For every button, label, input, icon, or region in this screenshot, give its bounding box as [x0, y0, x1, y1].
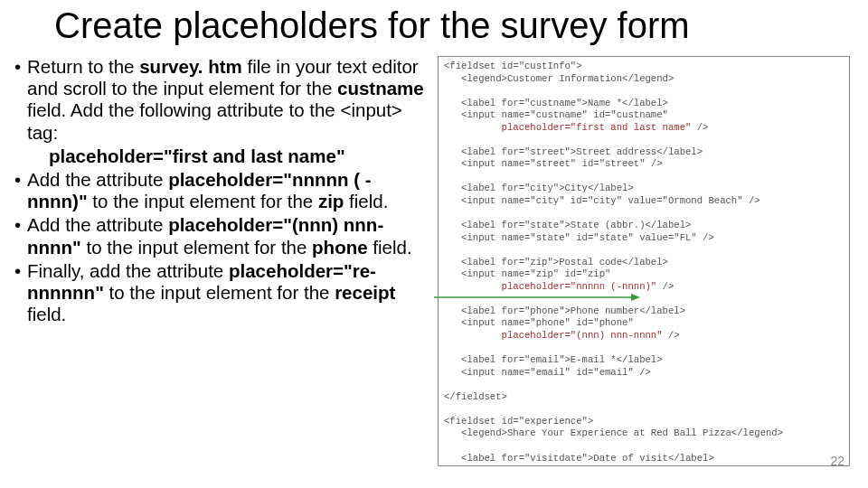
bullet-2: Add the attribute placeholder="nnnnn ( -… [14, 169, 425, 212]
code-line: <label for="visitdate">Date of visit</la… [444, 453, 714, 464]
slide: Create placeholders for the survey form … [0, 0, 868, 488]
code-line: <input name="phone" id="phone" [444, 317, 634, 328]
page-number: 22 [830, 454, 844, 468]
code-line-highlight: placeholder="first and last name" [444, 122, 691, 133]
code-line: <label for="state">State (abbr.)</label> [444, 220, 691, 230]
slide-title: Create placeholders for the survey form [54, 5, 690, 45]
bullet-1: Return to the survey. htm file in your t… [14, 56, 425, 167]
text: Add the attribute [27, 214, 168, 235]
code-line: <legend>Customer Information</legend> [444, 73, 674, 84]
text-bold: phone [312, 237, 368, 258]
text: Add the attribute [27, 169, 168, 190]
code-line: <legend>Share Your Experience at Red Bal… [444, 427, 783, 438]
code-line: <input name="email" id="email" /> [444, 367, 651, 378]
code-line: <label for="phone">Phone number</label> [444, 305, 685, 316]
code-line: /> [691, 122, 708, 133]
bullet-3: Add the attribute placeholder="(nnn) nnn… [14, 214, 425, 258]
text: field. Add the following attribute to th… [27, 99, 402, 142]
text-bold: receipt [335, 282, 395, 303]
text-bold: survey. htm [139, 56, 247, 77]
code-line: <label for="street">Street address</labe… [444, 146, 703, 157]
text: field. [368, 237, 412, 258]
text: to the input element for the [88, 191, 318, 211]
code-line: <input name="state" id="state" value="FL… [444, 232, 714, 243]
text-bold: zip [318, 191, 344, 211]
code-line: <input name="visitdate" id="visitdate" /… [444, 465, 697, 466]
code-line: <label for="city">City</label> [444, 183, 634, 193]
body-text: Return to the survey. htm file in your t… [14, 56, 425, 327]
code-line: /> [656, 281, 674, 292]
text: Return to the [27, 56, 139, 77]
code-line: <label for="custname">Name *</label> [444, 98, 668, 108]
code-line: <fieldset id="custInfo"> [444, 61, 582, 71]
code-line: <input name="city" id="city" value="Ormo… [444, 195, 760, 206]
code-line: <label for="email">E-mail *</label> [444, 354, 663, 365]
code-line: <input name="zip" id="zip" [444, 268, 610, 279]
text: Finally, add the attribute [27, 260, 229, 281]
code-line-highlight: placeholder="(nnn) nnn-nnnn" [444, 330, 663, 341]
bullet-4: Finally, add the attribute placeholder="… [14, 260, 425, 326]
text-bold: custname [337, 78, 424, 99]
code-line: <input name="custname" id="custname" [444, 109, 668, 120]
code-line: </fieldset> [444, 391, 507, 402]
text: to the input element for the [81, 237, 312, 258]
code-snippet: <fieldset id="custInfo"> <legend>Custome… [438, 56, 850, 466]
code-line-highlight: placeholder="nnnnn (-nnnn)" [444, 281, 656, 292]
text: field. [27, 304, 66, 324]
code-line: /> [663, 330, 680, 341]
text: field. [344, 191, 388, 211]
indent-text: placeholder="first and last name" [27, 145, 425, 167]
code-line: <fieldset id="experience"> [444, 416, 593, 427]
text: to the input element for the [104, 282, 335, 303]
code-line: <input name="street" id="street" /> [444, 158, 663, 169]
code-line: <label for="zip">Postal code</label> [444, 257, 668, 267]
